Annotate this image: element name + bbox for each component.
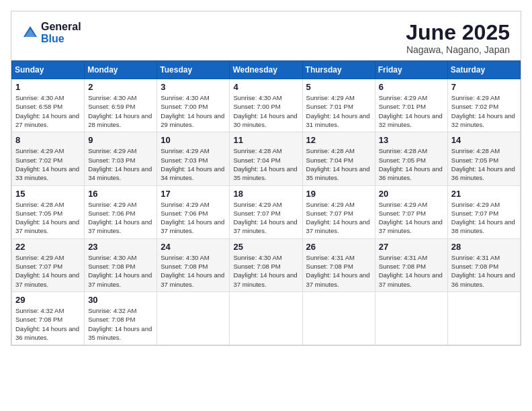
- calendar-cell: 24Sunrise: 4:30 AM Sunset: 7:08 PM Dayli…: [157, 238, 230, 291]
- cell-day-number: 10: [161, 135, 226, 145]
- cell-day-number: 23: [88, 242, 153, 252]
- calendar-cell: 2Sunrise: 4:30 AM Sunset: 6:59 PM Daylig…: [85, 79, 157, 132]
- calendar-cell: 29Sunrise: 4:32 AM Sunset: 7:08 PM Dayli…: [12, 291, 85, 345]
- day-header-saturday: Saturday: [447, 61, 520, 79]
- calendar-cell: 14Sunrise: 4:28 AM Sunset: 7:05 PM Dayli…: [447, 132, 520, 185]
- calendar-cell: [302, 291, 375, 345]
- calendar-week-1: 1Sunrise: 4:30 AM Sunset: 6:58 PM Daylig…: [12, 79, 521, 132]
- cell-day-number: 30: [88, 295, 153, 305]
- cell-day-number: 29: [15, 295, 81, 305]
- cell-info: Sunrise: 4:30 AM Sunset: 7:00 PM Dayligh…: [161, 93, 226, 129]
- calendar-week-5: 29Sunrise: 4:32 AM Sunset: 7:08 PM Dayli…: [12, 291, 521, 345]
- cell-day-number: 1: [15, 82, 81, 92]
- calendar-cell: 7Sunrise: 4:29 AM Sunset: 7:02 PM Daylig…: [447, 79, 520, 132]
- cell-info: Sunrise: 4:32 AM Sunset: 7:08 PM Dayligh…: [15, 306, 81, 342]
- cell-day-number: 21: [451, 189, 517, 199]
- cell-day-number: 19: [306, 189, 371, 199]
- cell-day-number: 17: [161, 189, 226, 199]
- cell-day-number: 26: [306, 242, 371, 252]
- calendar-cell: 9Sunrise: 4:29 AM Sunset: 7:03 PM Daylig…: [85, 132, 157, 185]
- calendar-cell: 25Sunrise: 4:30 AM Sunset: 7:08 PM Dayli…: [230, 238, 302, 291]
- cell-info: Sunrise: 4:28 AM Sunset: 7:04 PM Dayligh…: [306, 146, 371, 182]
- calendar-cell: 19Sunrise: 4:29 AM Sunset: 7:07 PM Dayli…: [302, 185, 375, 238]
- calendar-cell: 17Sunrise: 4:29 AM Sunset: 7:06 PM Dayli…: [157, 185, 230, 238]
- calendar-week-4: 22Sunrise: 4:29 AM Sunset: 7:07 PM Dayli…: [12, 238, 521, 291]
- calendar-cell: [447, 291, 520, 345]
- cell-info: Sunrise: 4:31 AM Sunset: 7:08 PM Dayligh…: [451, 253, 517, 289]
- cell-day-number: 11: [233, 135, 298, 145]
- cell-day-number: 22: [15, 242, 81, 252]
- cell-info: Sunrise: 4:29 AM Sunset: 7:03 PM Dayligh…: [88, 146, 153, 182]
- calendar-cell: 22Sunrise: 4:29 AM Sunset: 7:07 PM Dayli…: [12, 238, 85, 291]
- cell-day-number: 27: [379, 242, 444, 252]
- calendar-cell: 15Sunrise: 4:28 AM Sunset: 7:05 PM Dayli…: [12, 185, 85, 238]
- day-header-wednesday: Wednesday: [230, 61, 302, 79]
- calendar-cell: [375, 291, 447, 345]
- calendar-cell: 26Sunrise: 4:31 AM Sunset: 7:08 PM Dayli…: [302, 238, 375, 291]
- cell-info: Sunrise: 4:29 AM Sunset: 7:07 PM Dayligh…: [451, 200, 517, 236]
- cell-info: Sunrise: 4:31 AM Sunset: 7:08 PM Dayligh…: [306, 253, 371, 289]
- cell-day-number: 18: [233, 189, 298, 199]
- cell-day-number: 20: [379, 189, 444, 199]
- cell-info: Sunrise: 4:30 AM Sunset: 7:08 PM Dayligh…: [233, 253, 298, 289]
- calendar-week-3: 15Sunrise: 4:28 AM Sunset: 7:05 PM Dayli…: [12, 185, 521, 238]
- cell-info: Sunrise: 4:30 AM Sunset: 7:08 PM Dayligh…: [161, 253, 226, 289]
- calendar-cell: 10Sunrise: 4:29 AM Sunset: 7:03 PM Dayli…: [157, 132, 230, 185]
- cell-info: Sunrise: 4:30 AM Sunset: 7:00 PM Dayligh…: [233, 93, 298, 129]
- cell-day-number: 13: [379, 135, 444, 145]
- cell-day-number: 16: [88, 189, 153, 199]
- logo-blue: Blue: [41, 33, 81, 45]
- calendar-cell: 23Sunrise: 4:30 AM Sunset: 7:08 PM Dayli…: [85, 238, 157, 291]
- calendar-cell: 16Sunrise: 4:29 AM Sunset: 7:06 PM Dayli…: [85, 185, 157, 238]
- calendar-cell: 3Sunrise: 4:30 AM Sunset: 7:00 PM Daylig…: [157, 79, 230, 132]
- cell-day-number: 24: [161, 242, 226, 252]
- cell-info: Sunrise: 4:29 AM Sunset: 7:07 PM Dayligh…: [306, 200, 371, 236]
- cell-info: Sunrise: 4:32 AM Sunset: 7:08 PM Dayligh…: [88, 306, 153, 342]
- calendar-cell: 20Sunrise: 4:29 AM Sunset: 7:07 PM Dayli…: [375, 185, 447, 238]
- cell-info: Sunrise: 4:29 AM Sunset: 7:01 PM Dayligh…: [306, 93, 371, 129]
- calendar-title: June 2025: [406, 21, 510, 44]
- calendar-cell: 6Sunrise: 4:29 AM Sunset: 7:01 PM Daylig…: [375, 79, 447, 132]
- calendar-cell: 30Sunrise: 4:32 AM Sunset: 7:08 PM Dayli…: [85, 291, 157, 345]
- day-header-tuesday: Tuesday: [157, 61, 230, 79]
- day-header-sunday: Sunday: [12, 61, 85, 79]
- title-area: June 2025 Nagawa, Nagano, Japan: [406, 21, 510, 55]
- cell-info: Sunrise: 4:29 AM Sunset: 7:06 PM Dayligh…: [88, 200, 153, 236]
- calendar-week-2: 8Sunrise: 4:29 AM Sunset: 7:02 PM Daylig…: [12, 132, 521, 185]
- cell-day-number: 4: [233, 82, 298, 92]
- cell-info: Sunrise: 4:31 AM Sunset: 7:08 PM Dayligh…: [379, 253, 444, 289]
- calendar-cell: 8Sunrise: 4:29 AM Sunset: 7:02 PM Daylig…: [12, 132, 85, 185]
- cell-info: Sunrise: 4:29 AM Sunset: 7:07 PM Dayligh…: [233, 200, 298, 236]
- logo-general: General: [41, 21, 81, 33]
- cell-day-number: 6: [379, 82, 444, 92]
- cell-day-number: 3: [161, 82, 226, 92]
- calendar-cell: 12Sunrise: 4:28 AM Sunset: 7:04 PM Dayli…: [302, 132, 375, 185]
- cell-info: Sunrise: 4:29 AM Sunset: 7:07 PM Dayligh…: [15, 253, 81, 289]
- cell-day-number: 14: [451, 135, 517, 145]
- calendar-cell: 5Sunrise: 4:29 AM Sunset: 7:01 PM Daylig…: [302, 79, 375, 132]
- calendar-header: SundayMondayTuesdayWednesdayThursdayFrid…: [12, 61, 521, 79]
- cell-info: Sunrise: 4:29 AM Sunset: 7:02 PM Dayligh…: [451, 93, 517, 129]
- calendar-cell: 13Sunrise: 4:28 AM Sunset: 7:05 PM Dayli…: [375, 132, 447, 185]
- day-header-friday: Friday: [375, 61, 447, 79]
- cell-day-number: 9: [88, 135, 153, 145]
- cell-info: Sunrise: 4:28 AM Sunset: 7:04 PM Dayligh…: [233, 146, 298, 182]
- cell-info: Sunrise: 4:29 AM Sunset: 7:03 PM Dayligh…: [161, 146, 226, 182]
- cell-info: Sunrise: 4:30 AM Sunset: 6:59 PM Dayligh…: [88, 93, 153, 129]
- cell-info: Sunrise: 4:30 AM Sunset: 6:58 PM Dayligh…: [15, 93, 81, 129]
- calendar-page: General Blue June 2025 Nagawa, Nagano, J…: [11, 11, 521, 346]
- cell-info: Sunrise: 4:29 AM Sunset: 7:06 PM Dayligh…: [161, 200, 226, 236]
- calendar-cell: 11Sunrise: 4:28 AM Sunset: 7:04 PM Dayli…: [230, 132, 302, 185]
- cell-info: Sunrise: 4:28 AM Sunset: 7:05 PM Dayligh…: [451, 146, 517, 182]
- calendar-cell: 1Sunrise: 4:30 AM Sunset: 6:58 PM Daylig…: [12, 79, 85, 132]
- calendar-subtitle: Nagawa, Nagano, Japan: [406, 44, 510, 55]
- cell-info: Sunrise: 4:29 AM Sunset: 7:07 PM Dayligh…: [379, 200, 444, 236]
- logo-icon: [22, 25, 38, 41]
- cell-info: Sunrise: 4:28 AM Sunset: 7:05 PM Dayligh…: [379, 146, 444, 182]
- calendar-cell: 21Sunrise: 4:29 AM Sunset: 7:07 PM Dayli…: [447, 185, 520, 238]
- page-header: General Blue June 2025 Nagawa, Nagano, J…: [11, 11, 521, 60]
- cell-info: Sunrise: 4:29 AM Sunset: 7:01 PM Dayligh…: [379, 93, 444, 129]
- calendar-cell: 28Sunrise: 4:31 AM Sunset: 7:08 PM Dayli…: [447, 238, 520, 291]
- cell-day-number: 2: [88, 82, 153, 92]
- day-headers-row: SundayMondayTuesdayWednesdayThursdayFrid…: [12, 61, 521, 79]
